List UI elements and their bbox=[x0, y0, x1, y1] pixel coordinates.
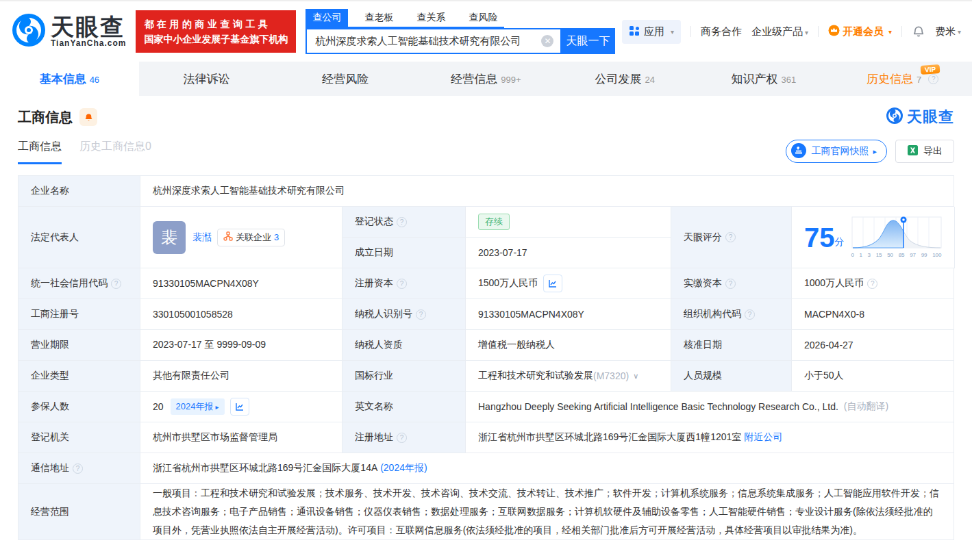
business-term-label: 营业期限 bbox=[18, 330, 140, 361]
table-row: 参保人数 20 2024年报 英文名称 Hangzhou Deeply Seek… bbox=[18, 392, 954, 422]
table-row: 企业类型 其他有限责任公司 国标行业 工程和技术研究和试验发展(M7320)∨ … bbox=[18, 361, 954, 392]
official-snapshot-button[interactable]: 工商官网快照 ▸ bbox=[786, 140, 887, 163]
watermark-text: 天眼查 bbox=[907, 107, 954, 127]
company-type-value: 其他有限责任公司 bbox=[140, 361, 342, 392]
tab-legal-proceedings[interactable]: 法律诉讼 bbox=[139, 62, 278, 96]
capital-trend-icon-button[interactable] bbox=[543, 275, 562, 292]
username: 费米 bbox=[935, 25, 956, 38]
subscribe-bell-icon[interactable] bbox=[79, 108, 97, 126]
business-scope-value: 一般项目：工程和技术研究和试验发展；技术服务、技术开发、技术咨询、技术交流、技术… bbox=[140, 484, 954, 540]
top-bar: 天眼查 TianYanCha.com 都在用的商业查询工具 国家中小企业发展子基… bbox=[0, 0, 972, 62]
org-code-value: MACPN4X0-8 bbox=[792, 299, 954, 330]
divider bbox=[901, 26, 902, 37]
tab-company-development[interactable]: 公司发展24 bbox=[556, 62, 695, 96]
tianyancha-watermark: 天眼查 bbox=[886, 107, 954, 127]
stamp-icon bbox=[790, 142, 807, 161]
search-button[interactable]: 天眼一下 bbox=[560, 28, 615, 54]
search-tab-relation[interactable]: 查关系 bbox=[410, 9, 452, 27]
help-icon[interactable] bbox=[73, 463, 83, 474]
score-cell: 75 分 bbox=[792, 207, 955, 268]
open-vip-button[interactable]: 开通会员 ▾ bbox=[828, 25, 892, 38]
help-icon[interactable] bbox=[745, 309, 755, 320]
help-icon[interactable] bbox=[928, 74, 938, 84]
insured-trend-icon-button[interactable] bbox=[230, 398, 249, 416]
notification-bell-icon[interactable] bbox=[912, 25, 925, 38]
search-input[interactable] bbox=[306, 28, 560, 54]
paid-capital-label: 实缴资本 bbox=[671, 268, 792, 299]
reg-address-label: 注册地址 bbox=[342, 422, 466, 453]
org-chart-icon bbox=[223, 231, 233, 243]
subtab-business-info[interactable]: 工商信息 bbox=[18, 140, 62, 164]
table-row: 企业名称 杭州深度求索人工智能基础技术研究有限公司 bbox=[18, 176, 954, 207]
approve-date-label: 核准日期 bbox=[671, 330, 792, 361]
score-distribution-chart: 0131550859799100 bbox=[851, 216, 942, 258]
search-tab-boss[interactable]: 查老板 bbox=[358, 9, 400, 27]
promo-line2: 国家中小企业发展子基金旗下机构 bbox=[144, 31, 288, 47]
chevron-down-icon[interactable]: ∨ bbox=[633, 372, 638, 381]
help-icon[interactable] bbox=[397, 217, 407, 227]
subtab-history-business-info[interactable]: 历史工商信息0 bbox=[79, 140, 151, 162]
reg-authority-label: 登记机关 bbox=[18, 422, 140, 453]
reg-address-cell: 浙江省杭州市拱墅区环城北路169号汇金国际大厦西1幢1201室 附近公司 bbox=[466, 422, 954, 453]
reg-authority-value: 杭州市拱墅区市场监督管理局 bbox=[140, 422, 342, 453]
tab-basic-info[interactable]: 基本信息46 bbox=[0, 62, 139, 96]
tab-operating-info[interactable]: 经营信息999+ bbox=[416, 62, 556, 96]
export-button[interactable]: 导出 bbox=[895, 140, 954, 163]
english-name-cell: Hangzhou Deeply Seeking Artificial Intel… bbox=[466, 392, 954, 422]
reg-capital-cell: 1500万人民币 bbox=[466, 268, 671, 299]
logo-title: 天眼查 bbox=[51, 15, 126, 38]
search-tab-risk[interactable]: 查风险 bbox=[462, 9, 504, 27]
table-row: 工商注册号 330105001058528 纳税人识别号 91330105MAC… bbox=[18, 299, 954, 330]
annual-report-badge[interactable]: 2024年报 bbox=[171, 398, 225, 415]
mail-address-label: 通信地址 bbox=[18, 453, 140, 484]
reg-capital-label: 注册资本 bbox=[342, 268, 466, 299]
business-info-table: 企业名称 杭州深度求索人工智能基础技术研究有限公司 法定代表人 裴 裴湉 关联企… bbox=[18, 175, 954, 540]
insured-count-label: 参保人数 bbox=[18, 392, 140, 422]
help-icon[interactable] bbox=[111, 279, 121, 289]
paid-capital-cell: 1000万人民币 bbox=[792, 268, 954, 299]
vip-crown-icon bbox=[828, 25, 840, 38]
company-name-value: 杭州深度求索人工智能基础技术研究有限公司 bbox=[140, 176, 954, 207]
nearby-companies-link[interactable]: 附近公司 bbox=[744, 431, 782, 444]
establish-date-value: 2023-07-17 bbox=[466, 238, 671, 268]
chevron-down-icon: ▾ bbox=[888, 28, 892, 36]
legal-rep-name-link[interactable]: 裴湉 bbox=[192, 231, 212, 244]
top-nav: 应用 ▾ 商务合作 企业级产品▾ 开通会员 ▾ 费米 ▾ bbox=[622, 20, 961, 44]
help-icon[interactable] bbox=[867, 279, 877, 289]
promo-line1: 都在用的商业查询工具 bbox=[144, 16, 288, 31]
nav-business-cooperation[interactable]: 商务合作 bbox=[701, 25, 742, 38]
arrow-right-icon: ▸ bbox=[873, 147, 877, 156]
tianyancha-logo[interactable]: 天眼查 TianYanCha.com bbox=[11, 12, 126, 51]
tab-intellectual-property[interactable]: 知识产权361 bbox=[695, 62, 834, 96]
credit-code-label: 统一社会信用代码 bbox=[18, 268, 140, 299]
tab-operating-risk[interactable]: 经营风险 bbox=[277, 62, 416, 96]
taxpayer-quality-value: 增值税一般纳税人 bbox=[466, 330, 671, 361]
score-value: 75 bbox=[804, 224, 835, 251]
tab-history-info[interactable]: VIP 历史信息7 bbox=[833, 62, 972, 96]
related-companies-badge[interactable]: 关联企业 3 bbox=[217, 229, 285, 246]
table-row: 营业期限 2023-07-17 至 9999-09-09 纳税人资质 增值税一般… bbox=[18, 330, 954, 361]
promo-banner: 都在用的商业查询工具 国家中小企业发展子基金旗下机构 bbox=[136, 10, 296, 53]
industry-label: 国标行业 bbox=[342, 361, 466, 392]
score-label: 天眼评分 bbox=[671, 207, 792, 268]
apps-menu[interactable]: 应用 ▾ bbox=[622, 20, 681, 44]
help-icon[interactable] bbox=[397, 433, 407, 443]
legal-rep-avatar[interactable]: 裴 bbox=[153, 221, 186, 254]
mail-address-cell: 浙江省杭州市拱墅区环城北路169号汇金国际大厦14A (2024年报) bbox=[140, 453, 954, 484]
english-name-label: 英文名称 bbox=[342, 392, 466, 422]
taxpayer-quality-label: 纳税人资质 bbox=[342, 330, 466, 361]
search-tab-company[interactable]: 查公司 bbox=[306, 9, 348, 27]
staff-size-value: 小于50人 bbox=[792, 361, 954, 392]
chevron-down-icon: ▾ bbox=[805, 29, 808, 36]
help-icon[interactable] bbox=[725, 279, 736, 289]
help-icon[interactable] bbox=[397, 279, 407, 289]
help-icon[interactable] bbox=[416, 309, 426, 320]
annual-report-link[interactable]: (2024年报) bbox=[380, 462, 427, 474]
nav-enterprise-products[interactable]: 企业级产品▾ bbox=[751, 25, 808, 38]
approve-date-value: 2026-04-27 bbox=[792, 330, 954, 361]
table-row: 通信地址 浙江省杭州市拱墅区环城北路169号汇金国际大厦14A (2024年报) bbox=[18, 453, 954, 484]
search-area: 查公司 查老板 查关系 查风险 ✕ 天眼一下 bbox=[306, 9, 615, 54]
company-name-label: 企业名称 bbox=[18, 176, 140, 207]
user-menu[interactable]: 费米 ▾ bbox=[935, 25, 961, 38]
help-icon[interactable] bbox=[725, 232, 736, 242]
